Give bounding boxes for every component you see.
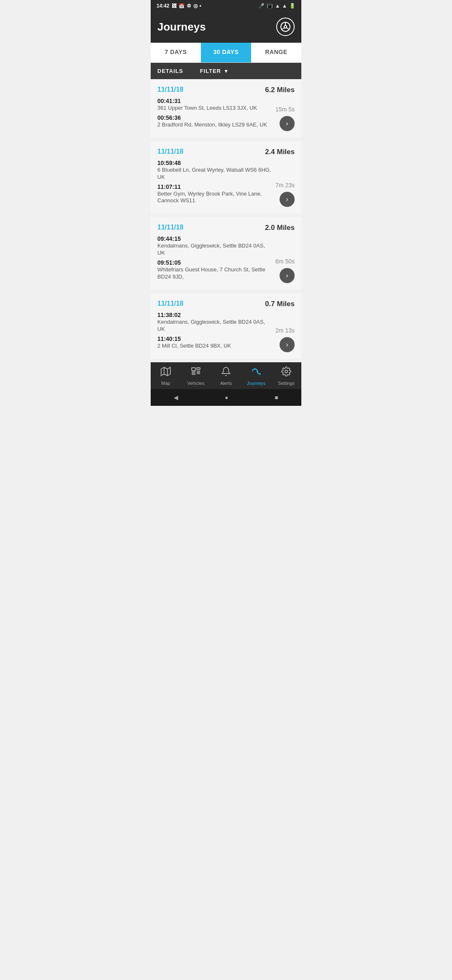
journey-card: 11/11/18 2.4 Miles 10:59:48 6 Bluebell L… [151,141,301,214]
journey-end: 00:56:36 2 Bradford Rd, Menston, Ilkley … [157,114,271,129]
end-address: Better Gym, Wyrley Brook Park, Vine Lane… [157,191,271,205]
journey-date: 11/11/18 [157,86,183,93]
nav-item-vehicles[interactable]: Vehicles [183,366,208,386]
nav-label-settings: Settings [278,381,295,386]
start-time: 10:59:48 [157,160,271,166]
journey-date: 11/11/18 [157,148,183,155]
journey-body: 10:59:48 6 Bluebell Ln, Great Wyrley, Wa… [157,160,295,207]
journey-detail-button[interactable]: › [280,192,295,207]
journey-body: 09:44:15 Kendalmans, Giggleswick, Settle… [157,235,295,283]
status-bar-right: 🎤 📳 ▲ ▲ 🔋 [258,3,295,9]
mic-icon: 🎤 [258,3,265,9]
svg-line-4 [287,28,290,30]
journey-start: 00:41:31 361 Upper Town St, Leeds LS13 3… [157,98,271,112]
nav-label-journeys: Journeys [247,381,266,386]
settings-nav-icon [281,366,291,379]
end-address: 2 Mill Cl, Settle BD24 9BX, UK [157,343,271,350]
svg-point-16 [254,368,256,370]
journey-stops: 10:59:48 6 Bluebell Ln, Great Wyrley, Wa… [157,160,275,207]
journey-card: 11/11/18 2.0 Miles 09:44:15 Kendalmans, … [151,217,301,290]
journey-card: 11/11/18 0.7 Miles 11:38:02 Kendalmans, … [151,293,301,359]
journey-start: 09:44:15 Kendalmans, Giggleswick, Settle… [157,235,271,257]
page-title: Journeys [157,21,206,34]
tab-7days[interactable]: 7 DAYS [151,43,201,62]
end-time: 00:56:36 [157,114,271,121]
svg-point-1 [284,26,287,28]
svg-line-3 [282,28,285,30]
journey-detail-button[interactable]: › [280,337,295,352]
signal-icon: ▲ [282,3,287,9]
journey-date: 11/11/18 [157,224,183,231]
journey-miles: 2.0 Miles [265,224,295,232]
journey-body: 00:41:31 361 Upper Town St, Leeds LS13 3… [157,98,295,131]
back-button[interactable]: ◀ [174,394,178,401]
journey-end: 09:51:05 Whitefriars Guest House, 7 Chur… [157,259,271,281]
svg-point-18 [259,373,261,375]
journey-duration: 2m 13s [275,327,295,334]
status-bar: 14:42 🖼 📅 ⚙ ◎ • 🎤 📳 ▲ ▲ 🔋 [151,0,301,12]
svg-rect-8 [192,368,195,371]
journey-start: 11:38:02 Kendalmans, Giggleswick, Settle… [157,312,271,333]
end-time: 11:40:15 [157,335,271,342]
journey-header: 11/11/18 0.7 Miles [157,300,295,308]
journey-miles: 6.2 Miles [265,86,295,94]
nav-label-map: Map [161,381,170,386]
header: Journeys [151,12,301,43]
vehicles-nav-icon [191,366,201,379]
filter-button[interactable]: FILTER ▼ [200,68,229,74]
journey-miles: 2.4 Miles [265,148,295,156]
tab-30days[interactable]: 30 DAYS [201,43,251,62]
home-button[interactable]: ● [225,394,228,401]
tab-bar: 7 DAYS 30 DAYS RANGE [151,43,301,63]
journey-detail-button[interactable]: › [280,268,295,283]
svg-marker-5 [161,367,170,376]
start-time: 00:41:31 [157,98,271,104]
alerts-nav-icon [221,366,231,379]
start-address: 361 Upper Town St, Leeds LS13 3JX, UK [157,105,271,112]
journey-miles: 0.7 Miles [265,300,295,308]
journey-card: 11/11/18 6.2 Miles 00:41:31 361 Upper To… [151,79,301,138]
journey-end: 11:40:15 2 Mill Cl, Settle BD24 9BX, UK [157,335,271,350]
details-button[interactable]: DETAILS [157,68,183,74]
vibrate-icon: 📳 [267,3,273,9]
nav-item-settings[interactable]: Settings [274,366,299,386]
svg-point-19 [285,370,288,373]
journey-detail-button[interactable]: › [280,116,295,131]
nav-item-alerts[interactable]: Alerts [213,366,239,386]
tab-range[interactable]: RANGE [251,43,301,62]
settings-dots-icon: ⚙ [187,3,191,9]
journey-list: 11/11/18 6.2 Miles 00:41:31 361 Upper To… [151,79,301,359]
recents-button[interactable]: ■ [275,394,278,401]
journey-start: 10:59:48 6 Bluebell Ln, Great Wyrley, Wa… [157,160,271,181]
journey-right: 2m 13s › [275,327,295,352]
start-address: Kendalmans, Giggleswick, Settle BD24 0AS… [157,319,271,333]
wifi-icon: ▲ [275,3,280,9]
journey-header: 11/11/18 2.0 Miles [157,224,295,232]
time-display: 14:42 [157,3,170,9]
chevron-down-icon: ▼ [223,68,229,74]
start-time: 11:38:02 [157,312,271,318]
start-address: Kendalmans, Giggleswick, Settle BD24 0AS… [157,242,271,257]
journey-duration: 15m 5s [275,106,295,113]
nav-item-map[interactable]: Map [153,366,178,386]
end-address: Whitefriars Guest House, 7 Church St, Se… [157,266,271,281]
journey-end: 11:07:11 Better Gym, Wyrley Brook Park, … [157,183,271,205]
bottom-nav: Map Vehicles Alerts Journeys Settings [151,362,301,389]
journey-right: 6m 50s › [275,258,295,283]
nav-label-alerts: Alerts [220,381,232,386]
end-time: 11:07:11 [157,183,271,190]
android-nav-bar: ◀ ● ■ [151,389,301,406]
journey-duration: 7m 23s [275,182,295,188]
svg-rect-12 [197,368,200,369]
steering-wheel-icon[interactable] [276,18,295,36]
nav-label-vehicles: Vehicles [187,381,205,386]
end-address: 2 Bradford Rd, Menston, Ilkley LS29 6AE,… [157,121,271,129]
target-icon: ◎ [193,3,198,9]
map-nav-icon [161,366,171,379]
nav-item-journeys[interactable]: Journeys [244,366,269,386]
start-address: 6 Bluebell Ln, Great Wyrley, Walsall WS6… [157,167,271,181]
end-time: 09:51:05 [157,259,271,266]
toolbar: DETAILS FILTER ▼ [151,63,301,79]
dot-icon: • [200,3,201,9]
start-time: 09:44:15 [157,235,271,242]
